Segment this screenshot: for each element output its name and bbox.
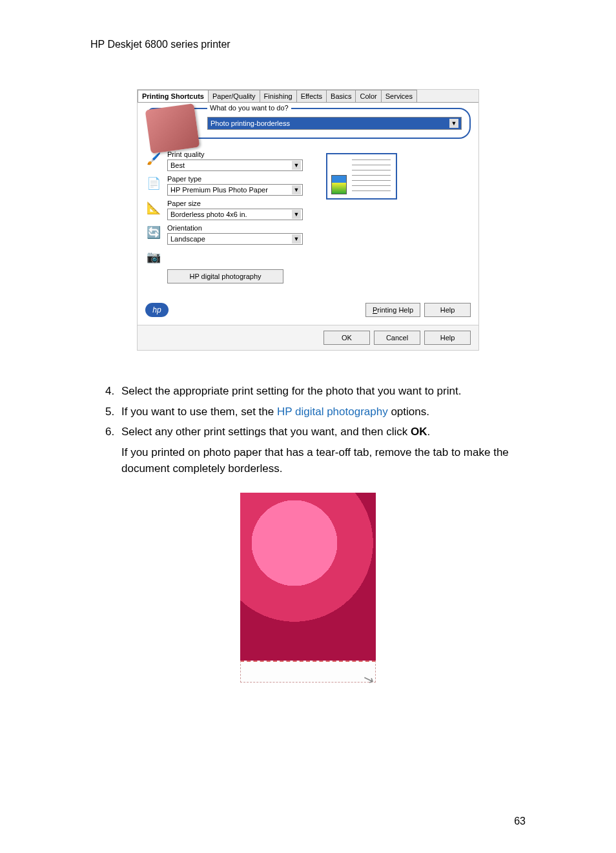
ok-button[interactable]: OK xyxy=(323,331,370,345)
tear-off-tab: ↘ xyxy=(240,661,376,683)
wtd-select[interactable]: Photo printing-borderless ▼ xyxy=(207,117,462,130)
camera-icon: 📷 xyxy=(145,249,162,265)
chevron-down-icon: ▼ xyxy=(292,185,301,194)
ink-level-icon xyxy=(331,175,347,194)
tab-printing-shortcuts[interactable]: Printing Shortcuts xyxy=(138,90,209,102)
tear-arrow-icon: ↘ xyxy=(360,666,378,684)
wtd-value: Photo printing-borderless xyxy=(210,119,290,127)
flower-photo xyxy=(240,493,376,661)
dialog-tabs: Printing Shortcuts Paper/Quality Finishi… xyxy=(138,90,478,103)
step-6-post: . xyxy=(427,426,430,438)
paper-type-value: HP Premium Plus Photo Paper xyxy=(170,186,268,194)
paper-size-value: Borderless photo 4x6 in. xyxy=(170,211,247,218)
step-6-pre: Select any other print settings that you… xyxy=(121,426,411,438)
hp-digital-link[interactable]: HP digital photography xyxy=(277,406,388,418)
step-6: Select any other print settings that you… xyxy=(118,424,526,440)
chevron-down-icon: ▼ xyxy=(449,119,458,128)
print-dialog-figure: Printing Shortcuts Paper/Quality Finishi… xyxy=(137,89,479,351)
paper-type-label: Paper type xyxy=(167,175,313,183)
step-5: If you want to use them, set the HP digi… xyxy=(118,404,526,420)
printing-help-button[interactable]: Printing Help xyxy=(365,303,420,317)
instructions: Select the appropriate print setting for… xyxy=(90,383,526,683)
chevron-down-icon: ▼ xyxy=(292,161,301,170)
print-quality-value: Best xyxy=(170,161,185,169)
page-number: 63 xyxy=(514,816,526,827)
step-4: Select the appropriate print setting for… xyxy=(118,383,526,400)
paper-type-icon: 📄 xyxy=(145,175,162,192)
step-5-pre: If you want to use them, set the xyxy=(121,406,277,418)
print-preview xyxy=(326,153,397,200)
what-do-you-want-group: What do you want to do? Photo printing-b… xyxy=(148,108,471,139)
print-quality-label: Print quality xyxy=(167,150,313,158)
paper-size-icon: 📐 xyxy=(145,200,162,216)
paper-type-select[interactable]: HP Premium Plus Photo Paper ▼ xyxy=(167,184,303,196)
page-header: HP Deskjet 6800 series printer xyxy=(90,39,526,50)
hp-digital-photography-button[interactable]: HP digital photography xyxy=(167,269,283,283)
tab-services[interactable]: Services xyxy=(381,90,417,102)
paper-size-label: Paper size xyxy=(167,200,313,207)
tab-color[interactable]: Color xyxy=(355,90,381,102)
orientation-select[interactable]: Landscape ▼ xyxy=(167,233,303,245)
print-quality-select[interactable]: Best ▼ xyxy=(167,159,303,171)
orientation-icon: 🔄 xyxy=(145,224,162,241)
cancel-button[interactable]: Cancel xyxy=(374,331,420,345)
help-button-footer[interactable]: Help xyxy=(424,331,471,345)
step-6-ok: OK xyxy=(411,426,427,438)
photo-thumbnail-icon xyxy=(145,103,200,154)
tab-basics[interactable]: Basics xyxy=(326,90,356,102)
tab-effects[interactable]: Effects xyxy=(296,90,327,102)
tab-finishing[interactable]: Finishing xyxy=(260,90,297,102)
orientation-value: Landscape xyxy=(170,235,205,243)
followup-note: If you printed on photo paper that has a… xyxy=(121,444,526,477)
paper-size-select[interactable]: Borderless photo 4x6 in. ▼ xyxy=(167,209,303,220)
printing-help-label: Printing Help xyxy=(373,306,413,314)
tab-paper-quality[interactable]: Paper/Quality xyxy=(208,90,260,102)
dialog-footer: OK Cancel Help xyxy=(138,325,478,350)
wtd-legend: What do you want to do? xyxy=(207,104,291,112)
chevron-down-icon: ▼ xyxy=(292,234,301,243)
flower-figure: ↘ xyxy=(240,493,376,683)
orientation-label: Orientation xyxy=(167,224,313,232)
chevron-down-icon: ▼ xyxy=(292,210,301,219)
hp-logo-icon[interactable]: hp xyxy=(145,303,169,317)
help-button-tab[interactable]: Help xyxy=(424,303,471,317)
step-5-post: options. xyxy=(388,406,429,418)
